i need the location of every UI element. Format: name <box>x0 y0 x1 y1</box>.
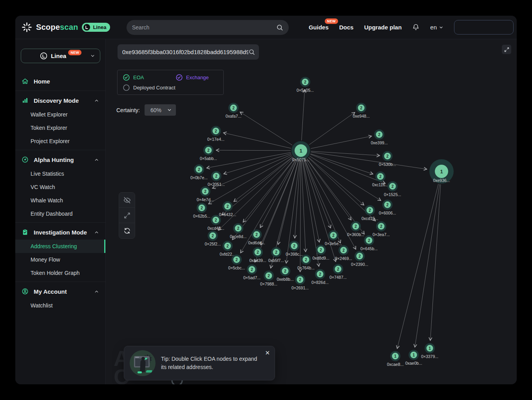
graph-node-0xad39[interactable]: 20xad39... <box>249 247 266 263</box>
graph-node-07988[interactable]: 20×7988... <box>260 271 277 286</box>
graph-node-04e7d[interactable]: 20×4e7d... <box>197 186 214 202</box>
graph-node-0645b[interactable]: 20×645b... <box>360 235 378 251</box>
network-selector[interactable]: Linea NEW <box>21 49 100 63</box>
svg-text:2: 2 <box>337 267 339 271</box>
legend-item-exchange[interactable]: Exchange <box>176 74 218 81</box>
graph-node-017e4[interactable]: 20×17e4... <box>207 126 224 142</box>
nav-link-guides[interactable]: GuidesNEW <box>309 24 329 31</box>
close-icon[interactable]: ✕ <box>265 349 270 356</box>
node-address-label: 0xfd22... <box>220 252 235 256</box>
graph-node-0xeb8b[interactable]: 20xeb8b... <box>277 266 293 282</box>
wallet-connect-button[interactable] <box>454 20 514 35</box>
graph-node-03e5e[interactable]: 20×3e5e... <box>325 230 342 246</box>
sidebar-section-my-account: My AccountWatchlist <box>15 282 105 314</box>
graph-node-0xe399[interactable]: 20xe399... <box>371 129 387 145</box>
node-address-label: 0×3e5e... <box>325 241 342 246</box>
fit-view-button[interactable] <box>119 208 135 223</box>
graph-node-0xb5f7[interactable]: 20xb5f7... <box>268 247 284 263</box>
certainty-dropdown[interactable]: 60% <box>145 104 176 116</box>
graph-node-0xce8d[interactable]: 20xce8d... <box>230 223 247 239</box>
address-search-bar[interactable] <box>118 44 259 60</box>
node-address-label: 0xc116... <box>372 182 389 187</box>
fullscreen-button[interactable] <box>502 45 511 54</box>
graph-node-02469[interactable]: 20×2469... <box>335 245 352 261</box>
hide-labels-button[interactable] <box>119 193 135 208</box>
global-search-input[interactable] <box>132 24 276 31</box>
notifications-bell-icon[interactable] <box>412 24 420 31</box>
clipboard-icon <box>22 229 29 236</box>
graph-node-025f2[interactable]: 20×25f2... <box>204 231 221 246</box>
graph-edge <box>311 136 371 149</box>
nav-link-docs[interactable]: Docs <box>339 24 354 31</box>
node-address-label: 0xd6dd... <box>248 240 265 245</box>
language-selector[interactable]: en <box>430 24 443 31</box>
graph-node-05ad7[interactable]: 20×5ad7... <box>243 264 261 280</box>
sidebar-item-token-explorer[interactable]: Token Explorer <box>15 121 105 135</box>
graph-node-0xfd22[interactable]: 20xfd22... <box>220 241 235 256</box>
graph-node-0xcd15[interactable]: 20xcd15... <box>362 205 378 221</box>
graph-node-0xd8d9[interactable]: 20xd8d9... <box>312 245 329 260</box>
address-input[interactable] <box>122 49 248 55</box>
search-icon[interactable] <box>248 49 255 55</box>
graph-node-03379[interactable]: 10×3379... <box>421 343 438 359</box>
sidebar-item-alpha-hunting[interactable]: Alpha Hunting <box>15 152 105 167</box>
graph-node-05075[interactable]: 10×5075... <box>291 141 310 162</box>
graph-edge <box>311 152 427 169</box>
sidebar-item-entity-dashboard[interactable]: Entity Dashboard <box>15 207 105 220</box>
sidebar-item-discovery-mode[interactable]: Discovery Mode <box>15 93 105 108</box>
graph-node-0xcae8[interactable]: 10xcae8... <box>387 351 404 367</box>
legend-item-eoa[interactable]: EOA <box>123 74 176 81</box>
fullscreen-icon <box>504 47 510 53</box>
sidebar-item-my-account[interactable]: My Account <box>15 284 105 299</box>
sidebar-item-project-explorer[interactable]: Project Explorer <box>15 135 105 148</box>
refresh-button[interactable] <box>119 223 135 238</box>
graph-node-0xd6dd[interactable]: 20xd6dd... <box>248 229 265 245</box>
graph-node-02051[interactable]: 20×2051... <box>208 171 225 187</box>
sidebar-item-whale-watch[interactable]: Whale Watch <box>15 194 105 207</box>
graph-node-0xafa7[interactable]: 20xafa7... <box>226 103 241 118</box>
graph-toolbar <box>119 192 135 239</box>
network-badge: Linea <box>82 23 110 32</box>
sidebar-item-money-flow[interactable]: Money Flow <box>15 253 105 266</box>
search-icon[interactable] <box>276 24 283 31</box>
graph-node-0xe948[interactable]: 20xe948... <box>353 103 369 118</box>
graph-node-06006[interactable]: 20×6006... <box>379 200 396 215</box>
sidebar-item-investigation-mode[interactable]: Investigation Mode <box>15 225 105 240</box>
graph-node-00b7e[interactable]: 20×0b7e... <box>190 164 208 180</box>
graph-node-05cbc[interactable]: 20×5cbc... <box>228 255 245 270</box>
graph-node-07487[interactable]: 20×7487... <box>329 264 347 280</box>
node-address-label: 0xe948... <box>353 114 369 118</box>
svg-text:1: 1 <box>299 148 302 154</box>
graph-node-0530b[interactable]: 20×530b... <box>379 151 396 167</box>
graph-node-0826d[interactable]: 20×826d... <box>311 269 329 285</box>
node-address-label: 0×360b... <box>347 232 364 237</box>
node-address-label: 0×6006... <box>379 211 396 215</box>
graph-node-05abb[interactable]: 20×5abb... <box>200 145 217 161</box>
brand[interactable]: Scopescan Linea <box>22 22 110 33</box>
sidebar-menu: HomeDiscovery ModeWallet ExplorerToken E… <box>15 72 105 314</box>
sidebar: Linea NEW HomeDiscovery ModeWallet Explo… <box>15 39 106 384</box>
nav-link-upgrade-plan[interactable]: Upgrade plan <box>364 24 402 31</box>
legend-item-deployed-contract[interactable]: Deployed Contract <box>123 84 218 91</box>
sidebar-item-vc-watch[interactable]: VC Watch <box>15 180 105 194</box>
graph-node-03ea7[interactable]: 20×3ea7... <box>373 221 390 237</box>
sidebar-item-wallet-explorer[interactable]: Wallet Explorer <box>15 108 105 121</box>
graph-node-0xae0b[interactable]: 10xae0b... <box>405 350 422 365</box>
graph-node-062b5[interactable]: 20×62b5... <box>193 203 210 218</box>
graph-node-0360b[interactable]: 20×360b... <box>347 221 364 237</box>
sidebar-item-watchlist[interactable]: Watchlist <box>15 299 105 312</box>
linea-logo-icon <box>83 24 90 31</box>
svg-text:2: 2 <box>268 274 270 278</box>
graph-node-0xe936[interactable]: 10xe936... <box>429 159 454 184</box>
sidebar-item-live-statistics[interactable]: Live Statistics <box>15 167 105 180</box>
sidebar-item-home[interactable]: Home <box>15 74 105 89</box>
sidebar-item-address-clustering[interactable]: Address Clustering <box>15 240 105 253</box>
graph-node-02691[interactable]: 20×2691... <box>291 275 309 290</box>
graph-canvas[interactable]: A C 10×5075...10xe936...20×5a05...20xafa… <box>106 39 517 384</box>
graph-node-06432[interactable]: 20×6432... <box>219 201 236 217</box>
eye-off-icon <box>123 196 131 204</box>
sidebar-item-token-holder-graph[interactable]: Token Holder Graph <box>15 266 105 280</box>
graph-node-05a05[interactable]: 20×5a05... <box>297 77 314 93</box>
global-search[interactable] <box>127 20 289 35</box>
graph-node-02390[interactable]: 20×2390... <box>351 251 368 267</box>
